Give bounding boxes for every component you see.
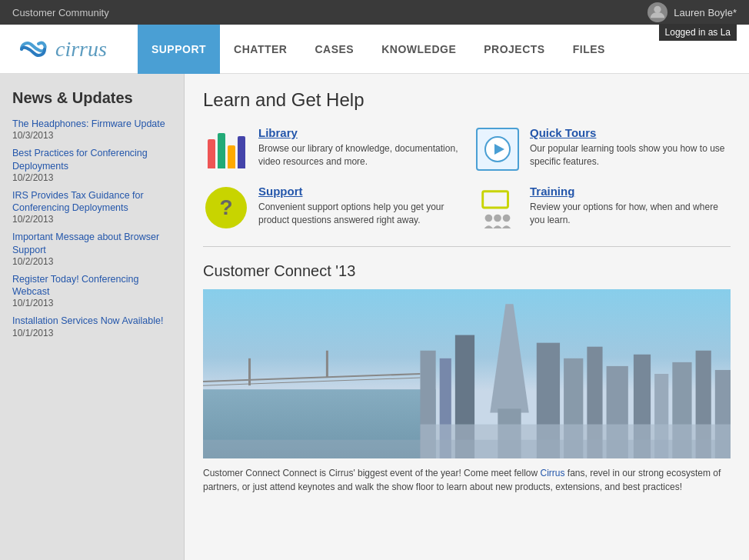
news-date-0: 10/3/2013 bbox=[12, 130, 171, 141]
help-item-support: ? Support Convenient support options hel… bbox=[203, 185, 459, 231]
svg-point-6 bbox=[503, 215, 511, 222]
nav-bar: cirrus SUPPORT CHATTER CASES KNOWLEDGE P… bbox=[0, 25, 749, 74]
news-item-4: Register Today! Conferencing Webcast10/1… bbox=[12, 273, 171, 309]
news-link-1[interactable]: Best Practices for Conferencing Deployme… bbox=[12, 147, 171, 172]
quick-tours-desc: Our popular learning tools show you how … bbox=[530, 142, 731, 168]
nav-projects[interactable]: PROJECTS bbox=[470, 25, 558, 74]
quick-tours-title[interactable]: Quick Tours bbox=[530, 126, 731, 139]
news-date-5: 10/1/2013 bbox=[12, 328, 171, 338]
news-date-3: 10/2/2013 bbox=[12, 256, 171, 267]
nav-support[interactable]: SUPPORT bbox=[138, 25, 220, 74]
nav-cases[interactable]: CASES bbox=[301, 25, 368, 74]
library-icon bbox=[208, 130, 245, 168]
site-name: Customer Community bbox=[12, 7, 109, 18]
lib-bar-2 bbox=[218, 133, 225, 168]
help-grid: Library Browse our library of knowledge,… bbox=[203, 126, 731, 247]
lib-bar-3 bbox=[228, 145, 235, 168]
nav-files[interactable]: FILES bbox=[559, 25, 619, 74]
sidebar: News & Updates The Headphones: Firmware … bbox=[0, 74, 185, 560]
cirrus-link-1[interactable]: Cirrus bbox=[541, 468, 565, 478]
sidebar-heading: News & Updates bbox=[12, 89, 171, 107]
help-item-library: Library Browse our library of knowledge,… bbox=[203, 126, 459, 172]
logo-text: cirrus bbox=[55, 37, 107, 62]
library-title[interactable]: Library bbox=[258, 126, 459, 139]
nav-links: SUPPORT CHATTER CASES KNOWLEDGE PROJECTS… bbox=[138, 25, 619, 73]
training-text: Training Review your options for how, wh… bbox=[530, 185, 731, 227]
user-area: Lauren Boyle* Logged in as La bbox=[647, 2, 737, 22]
lib-bar-1 bbox=[208, 139, 215, 168]
news-link-4[interactable]: Register Today! Conferencing Webcast bbox=[12, 273, 171, 298]
avatar bbox=[647, 2, 667, 22]
svg-point-5 bbox=[494, 215, 501, 222]
news-link-0[interactable]: The Headphones: Firmware Update bbox=[12, 118, 171, 130]
news-link-2[interactable]: IRS Provides Tax Guidance for Conferenci… bbox=[12, 189, 171, 215]
quick-tours-icon-container bbox=[474, 126, 521, 172]
support-desc: Convenient support options help you get … bbox=[258, 201, 459, 227]
help-item-training: Training Review your options for how, wh… bbox=[474, 185, 731, 231]
library-text: Library Browse our library of knowledge,… bbox=[258, 126, 459, 168]
customer-connect: Customer Connect '13 bbox=[203, 262, 731, 494]
training-svg bbox=[476, 187, 519, 228]
city-image bbox=[203, 289, 731, 458]
news-link-3[interactable]: Important Message about Browser Support bbox=[12, 231, 171, 256]
news-item-2: IRS Provides Tax Guidance for Conferenci… bbox=[12, 189, 171, 225]
main-content: Learn and Get Help Library Browse our li… bbox=[185, 74, 749, 560]
support-title[interactable]: Support bbox=[258, 185, 459, 198]
news-item-1: Best Practices for Conferencing Deployme… bbox=[12, 147, 171, 183]
news-date-4: 10/1/2013 bbox=[12, 298, 171, 308]
customer-connect-heading: Customer Connect '13 bbox=[203, 262, 731, 280]
user-name: Lauren Boyle* bbox=[674, 7, 737, 18]
training-icon-container bbox=[474, 185, 521, 231]
top-bar: Customer Community Lauren Boyle* Logged … bbox=[0, 0, 749, 25]
login-tooltip: Logged in as La bbox=[659, 24, 737, 41]
nav-chatter[interactable]: CHATTER bbox=[220, 25, 301, 74]
help-item-quick-tours: Quick Tours Our popular learning tools s… bbox=[474, 126, 731, 172]
support-icon-container: ? bbox=[203, 185, 249, 231]
library-icon-container bbox=[203, 126, 249, 172]
support-icon: ? bbox=[205, 187, 247, 228]
svg-point-4 bbox=[485, 215, 493, 222]
training-title[interactable]: Training bbox=[530, 185, 731, 198]
svg-point-0 bbox=[654, 6, 661, 13]
logo[interactable]: cirrus bbox=[15, 37, 107, 62]
nav-knowledge[interactable]: KNOWLEDGE bbox=[368, 25, 470, 74]
news-date-2: 10/2/2013 bbox=[12, 214, 171, 225]
training-icon bbox=[477, 187, 518, 228]
news-link-5[interactable]: Installation Services Now Available! bbox=[12, 315, 171, 327]
support-text: Support Convenient support options help … bbox=[258, 185, 459, 227]
svg-rect-28 bbox=[203, 440, 731, 458]
main-wrapper: News & Updates The Headphones: Firmware … bbox=[0, 74, 749, 560]
news-list: The Headphones: Firmware Update10/3/2013… bbox=[12, 118, 171, 338]
caption-text: Customer Connect Connect is Cirrus' bigg… bbox=[203, 466, 731, 494]
city-skyline-svg bbox=[203, 289, 731, 458]
news-item-5: Installation Services Now Available!10/1… bbox=[12, 315, 171, 338]
page-heading: Learn and Get Help bbox=[203, 89, 731, 111]
training-desc: Review your options for how, when and wh… bbox=[530, 201, 731, 227]
quick-tours-icon bbox=[476, 128, 519, 171]
news-item-0: The Headphones: Firmware Update10/3/2013 bbox=[12, 118, 171, 141]
lib-bar-4 bbox=[238, 136, 245, 168]
logo-icon bbox=[15, 38, 51, 61]
news-item-3: Important Message about Browser Support1… bbox=[12, 231, 171, 267]
play-icon bbox=[484, 135, 511, 163]
svg-rect-3 bbox=[483, 192, 508, 208]
news-date-1: 10/2/2013 bbox=[12, 172, 171, 183]
library-desc: Browse our library of knowledge, documen… bbox=[258, 142, 459, 168]
quick-tours-text: Quick Tours Our popular learning tools s… bbox=[530, 126, 731, 168]
